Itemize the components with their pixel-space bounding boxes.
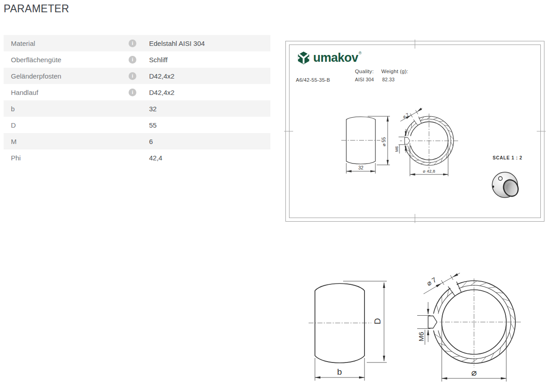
sheet-front-view: ⌀ 7 M6 ⌀ 42,8 [394,108,458,176]
info-icon[interactable]: i [129,89,136,96]
table-row: Oberflächengüte i Schliff [4,51,270,68]
scale-label: SCALE 1 : 2 [493,155,522,160]
table-row: Geländerpfosten i D42,4x2 [4,68,270,84]
dim-thread-label: M6 [417,332,425,342]
table-row: Handlauf i D42,4x2 [4,84,270,100]
dim-tube-diameter-label: ⌀ 42,8 [423,169,435,174]
row-value: Schliff [149,56,168,64]
brand-name: umakov [313,51,358,65]
brand-logo: umakov ® [297,51,362,65]
row-value: Edelstahl AISI 304 [149,40,205,47]
quality-value: AISI 304 [355,77,374,82]
detail-side-view: D b [309,281,387,381]
row-label: Phi [11,154,129,162]
dim-hole-diameter-label: ⌀ 7 [425,276,438,287]
row-value: 6 [149,138,153,145]
info-icon[interactable]: i [129,72,136,80]
drawing-sheet: 32 ⌀ 55 ⌀ 7 [285,41,544,222]
row-label: D [11,121,129,129]
part-number: A6/42-55-35-B [296,77,330,83]
detail-drawing: D b ⌀ 7 M6 ⌀ [298,270,543,392]
table-row: M 6 [4,133,270,149]
row-label: b [11,105,129,113]
detail-front-view: ⌀ 7 M6 ⌀ [417,273,521,382]
table-row: D 55 [4,117,270,133]
table-row: Material i Edelstahl AISI 304 [4,35,270,51]
dim-hole-diameter-label: ⌀ 7 [402,112,409,119]
row-value: D42,4x2 [149,89,175,96]
table-row: b 32 [4,100,270,117]
row-label: Geländerpfosten [11,72,129,80]
row-label: M [11,138,129,145]
sheet-linework: 32 ⌀ 55 ⌀ 7 [286,41,544,221]
sheet-side-view: 32 ⌀ 55 [341,116,390,174]
dim-tube-diameter-label: ⌀ [471,367,477,377]
info-icon[interactable]: i [129,56,136,64]
row-value: 55 [149,121,157,129]
dim-thread-label: M6 [394,146,399,152]
dim-outer-diameter-label: D [373,318,382,324]
registered-mark: ® [359,51,362,55]
ball-3d-render [492,172,521,198]
weight-value: 82.33 [382,77,394,82]
page-title: PARAMETER [4,3,69,15]
row-value: 42,4 [149,154,162,162]
info-icon[interactable]: i [129,40,136,47]
row-label: Material [11,40,129,47]
dim-width-label: b [337,367,342,377]
row-label: Handlauf [11,89,129,96]
ball-small-hole [499,177,502,180]
row-label: Oberflächengüte [11,56,129,64]
weight-label: Weight (g): [381,69,408,74]
table-row: Phi 42,4 [4,149,270,166]
ball-side-hole [493,186,494,188]
row-value: 32 [149,105,157,113]
parameter-table: Material i Edelstahl AISI 304 Oberfläche… [4,35,270,166]
umakov-logo-icon [297,51,310,65]
dim-outer-diameter-label: ⌀ 55 [381,137,386,146]
dim-width-label: 32 [358,165,364,170]
row-value: D42,4x2 [149,72,175,80]
quality-label: Quality: [355,69,374,74]
